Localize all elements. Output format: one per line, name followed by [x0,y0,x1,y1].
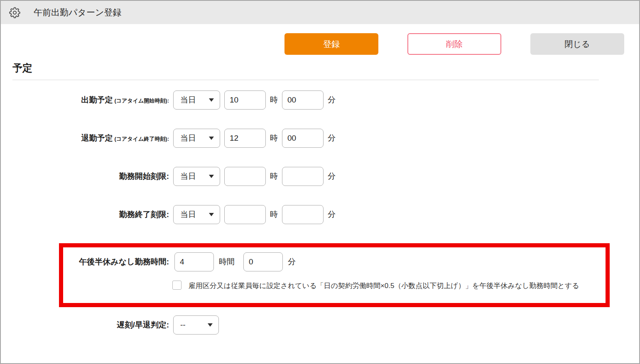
dialog-header: 午前出勤パターン登録 [1,1,639,24]
day-select[interactable]: 当日 [173,90,220,110]
day-select-value: 当日 [180,133,196,144]
day-select[interactable]: 当日 [173,129,220,148]
judgement-select[interactable]: -- [173,315,219,335]
form-row-late-early-judgement: 遅刻/早退判定: -- [1,315,639,335]
highlight-red-box: 午後半休みなし勤務時間: 時間 分 雇用区分又は従業員毎に設定されている「日の契… [59,243,610,307]
hour-unit-label: 時 [270,133,278,144]
hour-input[interactable] [224,205,266,224]
minute-unit-label: 分 [328,95,336,105]
field-label: 出勤予定(コアタイム開始時刻): [1,95,169,105]
field-label: 勤務終了刻限: [1,209,169,220]
hour-input[interactable] [224,90,266,110]
day-select-value: 当日 [180,171,196,182]
minute-unit-label: 分 [328,171,336,182]
field-label-main: 遅刻/早退判定: [117,320,169,329]
dialog-title: 午前出勤パターン登録 [34,7,121,18]
day-select[interactable]: 当日 [173,167,220,186]
form-row-clock-out: 退勤予定(コアタイム終了時刻): 当日 時 分 [1,129,639,148]
deemed-minutes-input[interactable] [243,252,283,271]
minute-unit-label: 分 [328,133,336,144]
minutes-unit-label: 分 [288,257,296,267]
minute-input[interactable] [282,129,324,148]
field-label: 勤務開始刻限: [1,171,169,182]
minute-unit-label: 分 [328,209,336,220]
field-label: 退勤予定(コアタイム終了時刻): [1,133,169,144]
minute-input[interactable] [282,90,324,110]
field-label-main: 勤務終了刻限: [119,210,169,219]
action-button-row: 登録 削除 閉じる [1,33,639,55]
hour-input[interactable] [224,129,266,148]
hour-unit-label: 時 [270,171,278,182]
chevron-down-icon [209,175,214,178]
register-button[interactable]: 登録 [284,33,378,55]
form-row-work-start-limit: 勤務開始刻限: 当日 時 分 [1,167,639,186]
minute-input[interactable] [282,205,324,224]
hour-input[interactable] [224,167,266,186]
judgement-select-value: -- [180,320,186,330]
hour-unit-label: 時 [270,95,278,105]
day-select[interactable]: 当日 [173,205,220,224]
form-row-clock-in: 出勤予定(コアタイム開始時刻): 当日 時 分 [1,90,639,110]
deemed-work-time-checkbox-row: 雇用区分又は従業員毎に設定されている「日の契約労働時間×0.5（小数点以下切上げ… [172,276,598,296]
form-row-work-end-limit: 勤務終了刻限: 当日 時 分 [1,205,639,224]
deemed-work-time-checkbox[interactable] [172,281,181,290]
chevron-down-icon [208,323,213,327]
dialog-window: 午前出勤パターン登録 登録 削除 閉じる 予定 出勤予定(コアタイム開始時刻):… [0,0,640,364]
field-label-main: 出勤予定 [81,95,113,104]
field-label-main: 勤務開始刻限: [119,172,169,181]
deemed-work-time-checkbox-label: 雇用区分又は従業員毎に設定されている「日の契約労働時間×0.5（小数点以下切上げ… [189,282,579,290]
deemed-hours-input[interactable] [174,252,214,271]
field-label-sub: (コアタイム開始時刻): [114,98,169,104]
form-row-afternoon-deemed-work-time: 午後半休みなし勤務時間: 時間 分 [63,252,606,271]
gear-icon [9,7,20,18]
chevron-down-icon [209,98,214,102]
hours-unit-label: 時間 [219,257,235,267]
chevron-down-icon [209,137,214,140]
section-heading-schedule: 予定 [12,61,639,75]
delete-button[interactable]: 削除 [407,33,501,55]
field-label: 遅刻/早退判定: [1,320,169,330]
schedule-form: 出勤予定(コアタイム開始時刻): 当日 時 分 退勤予定(コアタイム終了時刻):… [1,90,639,335]
field-label-main: 午後半休みなし勤務時間: [79,257,169,266]
minute-input[interactable] [282,167,324,186]
day-select-value: 当日 [180,95,196,105]
day-select-value: 当日 [180,209,196,220]
section-divider [12,80,599,80]
field-label-sub: (コアタイム終了時刻): [114,136,169,142]
field-label-main: 退勤予定 [81,134,113,142]
chevron-down-icon [209,213,214,216]
field-label: 午後半休みなし勤務時間: [63,257,169,267]
close-button[interactable]: 閉じる [530,33,624,55]
hour-unit-label: 時 [270,209,278,220]
